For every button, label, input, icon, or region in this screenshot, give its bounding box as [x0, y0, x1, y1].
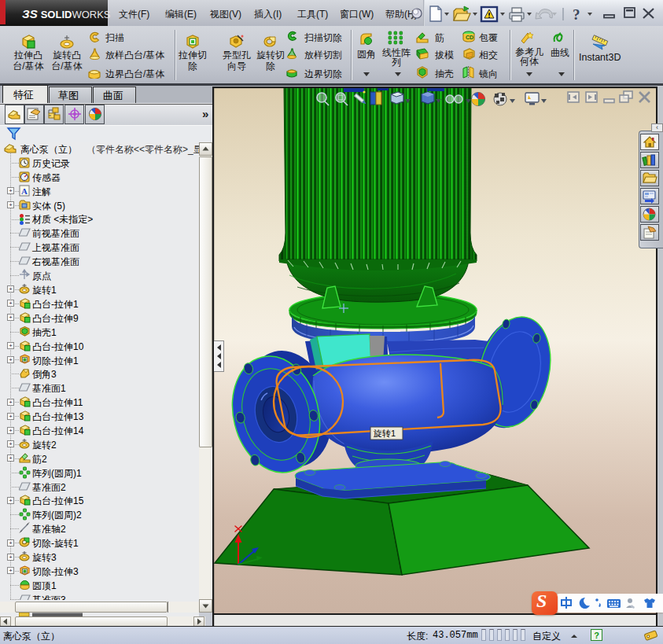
svg-text:旋转1: 旋转1 [373, 429, 396, 438]
svg-text:?: ? [573, 6, 580, 23]
svg-text:CD: CD [466, 35, 473, 40]
